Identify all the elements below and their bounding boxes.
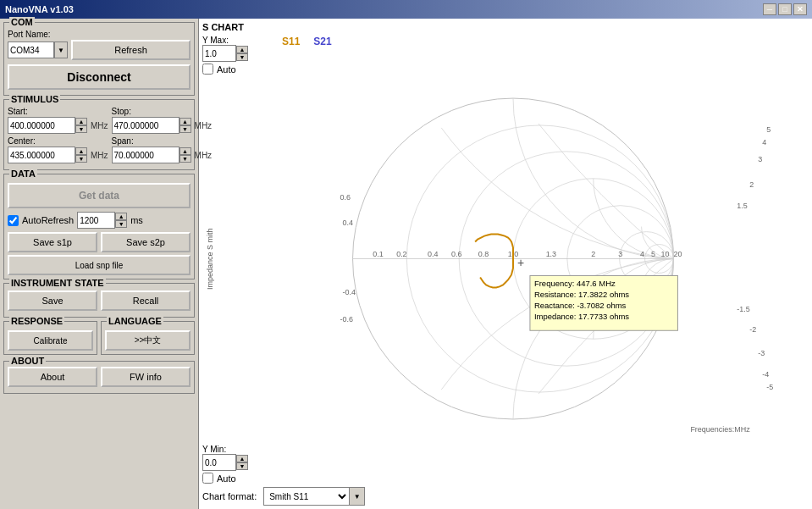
svg-text:-5: -5 [766,383,773,391]
span-spin[interactable]: ▲ ▼ [112,147,191,163]
center-spin[interactable]: ▲ ▼ [8,147,87,163]
instrument-state-group: INSTRUMENT STATE Save Recall [3,283,195,318]
chart-format-label: Chart format: [202,491,257,501]
language-button[interactable]: >>中文 [105,330,191,351]
y-max-auto-checkbox[interactable] [202,64,213,75]
right-panel: S CHART Y Max: ▲ ▼ Auto [199,19,812,509]
data-title: DATA [9,169,37,179]
load-snp-button[interactable]: Load snp file [8,255,191,275]
y-min-up[interactable]: ▲ [236,455,248,462]
svg-text:-0.6: -0.6 [340,315,353,324]
stop-up-btn[interactable]: ▲ [180,118,191,125]
y-max-spin[interactable]: ▲ ▼ [202,45,248,62]
recall-button[interactable]: Recall [101,290,191,311]
svg-text:-0.4: -0.4 [343,288,356,296]
smith-chart-container[interactable]: 0.1 0.2 0.4 0.6 0.8 1.0 1.3 2 3 4 5 10 2… [218,76,809,441]
svg-text:3: 3 [758,155,762,163]
svg-text:5: 5 [651,250,655,258]
refresh-rate-down[interactable]: ▼ [115,220,127,228]
start-down-btn[interactable]: ▼ [75,125,87,133]
chart-title: S CHART [202,22,809,32]
title-bar-buttons: ─ □ ✕ [763,3,807,15]
chart-format-select[interactable]: Smith S11 Smith S21 Polar S11 Polar S21 [264,488,349,505]
refresh-rate-spin[interactable]: ▲ ▼ [77,212,127,229]
y-min-spin[interactable]: ▲ ▼ [202,454,248,471]
maximize-button[interactable]: □ [778,3,792,15]
y-min-auto-checkbox[interactable] [202,473,213,484]
stop-down-btn[interactable]: ▼ [180,125,191,133]
center-down-btn[interactable]: ▼ [75,155,87,163]
port-input[interactable]: COM34 [8,41,54,58]
port-dropdown-btn[interactable]: ▼ [54,41,68,58]
start-input[interactable] [8,117,75,134]
port-combo[interactable]: COM34 ▼ [8,41,68,58]
center-mhz: MHz [91,151,108,160]
auto-refresh-checkbox[interactable] [8,215,19,226]
disconnect-button[interactable]: Disconnect [8,64,191,90]
y-max-down[interactable]: ▼ [236,53,248,61]
span-input[interactable] [112,147,180,163]
close-button[interactable]: ✕ [793,3,807,15]
about-group: ABOUT About FW info [3,361,195,394]
save-s2p-button[interactable]: Save s2p [101,232,191,252]
svg-text:Impedance: 17.7733 ohms: Impedance: 17.7733 ohms [534,312,629,321]
svg-text:0.4: 0.4 [428,250,438,258]
y-axis-label: Impedance S mith [202,76,218,441]
svg-text:-1.5: -1.5 [737,305,749,313]
refresh-button[interactable]: Refresh [71,40,191,60]
save-state-button[interactable]: Save [8,290,97,311]
start-up-btn[interactable]: ▲ [75,118,87,125]
smith-chart-svg: 0.1 0.2 0.4 0.6 0.8 1.0 1.3 2 3 4 5 10 2… [218,76,809,441]
span-label: Span: [112,136,213,146]
y-min-auto-label: Auto [217,473,236,484]
y-min-down[interactable]: ▼ [236,462,248,470]
response-group: RESPONSE Calibrate [3,321,97,355]
y-max-up[interactable]: ▲ [236,46,248,53]
svg-text:0.1: 0.1 [373,250,383,258]
center-input[interactable] [8,147,75,163]
svg-text:10: 10 [660,250,669,258]
start-mhz: MHz [91,121,108,130]
svg-text:-3: -3 [758,349,765,357]
fw-info-button[interactable]: FW info [101,367,191,387]
save-s1p-button[interactable]: Save s1p [8,232,97,252]
svg-text:1.5: 1.5 [737,202,747,210]
start-label: Start: [8,107,108,116]
svg-text:Frequencies:MHz: Frequencies:MHz [690,425,750,434]
y-max-input[interactable] [202,45,236,62]
svg-text:4: 4 [640,250,644,258]
language-title: LANGUAGE [107,316,163,326]
refresh-rate-input[interactable] [77,212,115,229]
get-data-button[interactable]: Get data [8,183,191,208]
svg-text:3: 3 [618,250,622,258]
format-row: Chart format: Smith S11 Smith S21 Polar … [202,487,809,506]
svg-text:+: + [517,256,524,269]
span-down-btn[interactable]: ▼ [180,155,191,163]
y-min-input[interactable] [202,454,236,471]
minimize-button[interactable]: ─ [763,3,776,15]
center-up-btn[interactable]: ▲ [75,147,87,155]
calibrate-button[interactable]: Calibrate [8,330,93,351]
stop-input[interactable] [112,117,180,134]
chart-bottom: Y Min: ▲ ▼ Auto [202,445,809,484]
start-spin[interactable]: ▲ ▼ [8,117,87,134]
stimulus-title: STIMULUS [9,94,60,104]
about-title: ABOUT [9,356,46,366]
svg-text:Resistance: 17.3822 ohms: Resistance: 17.3822 ohms [534,290,629,299]
span-up-btn[interactable]: ▲ [180,147,191,155]
about-button[interactable]: About [8,367,97,387]
com-title: COM [9,17,35,27]
stop-label: Stop: [112,107,213,116]
s11-legend[interactable]: S11 [282,36,300,47]
com-group: COM Port Name: COM34 ▼ Refresh Disconnec… [3,22,195,96]
refresh-rate-up[interactable]: ▲ [115,213,127,220]
stop-spin[interactable]: ▲ ▼ [112,117,191,134]
svg-text:-2: -2 [749,325,756,334]
svg-text:2: 2 [591,250,595,258]
s21-legend[interactable]: S21 [313,36,331,47]
svg-text:Reactance: -3.7082 ohms: Reactance: -3.7082 ohms [534,301,627,310]
chart-format-dropdown-btn[interactable]: ▼ [349,488,364,505]
chart-format-select-wrapper[interactable]: Smith S11 Smith S21 Polar S11 Polar S21 … [263,487,365,506]
window-title: NanoVNA v1.03 [5,4,74,14]
instrument-state-title: INSTRUMENT STATE [9,278,106,288]
